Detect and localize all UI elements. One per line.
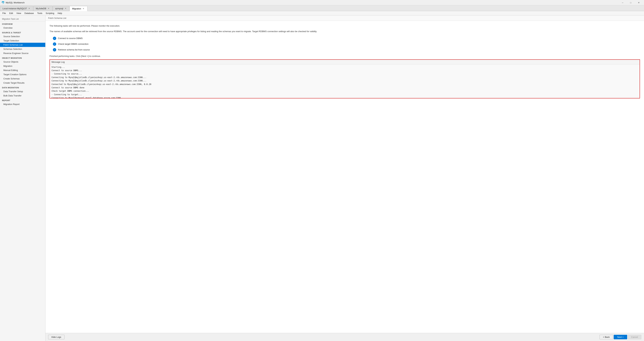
sidebar-item-migration[interactable]: Migration	[0, 64, 45, 68]
content-header-title: Fetch Schema List	[48, 17, 66, 19]
close-button[interactable]: ✕	[635, 0, 643, 5]
tab-label: Local instance MySQL57	[2, 7, 27, 10]
status-text: Finished performing tasks. Click [Next >…	[50, 55, 640, 57]
sidebar-section-report: REPORT	[0, 98, 45, 102]
sidebar-item-data-transfer[interactable]: Data Transfer Setup	[0, 89, 45, 93]
check-icon-task2: ✓	[53, 42, 56, 46]
sidebar-item-create-target[interactable]: Create Target Results	[0, 81, 45, 85]
menu-bar: FileEditViewDatabaseToolsScriptingHelp	[0, 11, 644, 15]
window-controls: ─ □ ✕	[619, 0, 643, 5]
task-list: ✓ Connect to source DBMS ✓ Check target …	[53, 37, 640, 51]
sidebar-section-overview: OVERVIEW	[0, 21, 45, 26]
content-body: The following tasks will now be performe…	[46, 21, 644, 333]
log-line: Connect to source DBMS...	[52, 69, 638, 72]
log-line: Connecting to Mysql@azmysql.mysql.databa…	[52, 96, 638, 98]
sidebar-item-overview[interactable]: Overview	[0, 26, 45, 30]
description-2: The names of available schemas will be r…	[50, 30, 640, 33]
sidebar-item-schemas-selection[interactable]: Schemas Selection	[0, 47, 45, 51]
sidebar-section-data-migration: DATA MIGRATION	[0, 85, 45, 89]
message-log: Message Log Starting...Connect to source…	[50, 59, 640, 98]
log-line: Check target DBMS connection...	[52, 89, 638, 93]
minimize-button[interactable]: ─	[619, 0, 626, 5]
nav-buttons: < Back Next > Cancel	[600, 335, 641, 339]
log-line: Starting...	[52, 65, 638, 69]
log-line: Connecting to Mysql@myjoliedb.clyeniez4x…	[52, 76, 638, 79]
restore-button[interactable]: □	[627, 0, 634, 5]
tab-label: Migration	[72, 7, 81, 10]
sidebar-item-source-selection[interactable]: Source Selection	[0, 34, 45, 38]
main-layout: Migration Task List OVERVIEWOverviewSOUR…	[0, 15, 644, 341]
sidebar: Migration Task List OVERVIEWOverviewSOUR…	[0, 15, 46, 341]
tab-close-myjolie[interactable]: ✕	[47, 7, 50, 10]
check-icon-task1: ✓	[53, 37, 56, 40]
log-line: Connecting to Mysql@myjoliedb.clyeniez4x…	[52, 79, 638, 82]
sidebar-item-manual-editing[interactable]: Manual Editing	[0, 68, 45, 72]
check-icon-task3: ✓	[53, 48, 56, 51]
menu-item-file[interactable]: File	[1, 11, 8, 15]
tab-close-azmysql[interactable]: ✕	[64, 7, 67, 10]
bottom-bar: Hide Logs < Back Next > Cancel	[46, 333, 644, 341]
sidebar-panel-title: Migration Task List	[0, 17, 45, 21]
log-line: Connected to Mysql@myjoliedb.clyeniez4xq…	[52, 83, 638, 86]
sidebar-item-bulk-transfer[interactable]: Bulk Data Transfer	[0, 93, 45, 98]
tab-myjolie[interactable]: MyJolieDB✕	[33, 6, 52, 11]
tab-label: azmysql	[55, 7, 63, 10]
next-button[interactable]: Next >	[614, 335, 627, 339]
tab-close-migration[interactable]: ✕	[82, 7, 85, 10]
back-button[interactable]: < Back	[600, 335, 613, 339]
task-label-task1: Connect to source DBMS	[58, 37, 83, 39]
menu-item-scripting[interactable]: Scripting	[44, 11, 56, 15]
message-log-title: Message Log	[50, 60, 640, 64]
menu-item-tools[interactable]: Tools	[36, 11, 44, 15]
tab-migration[interactable]: Migration✕	[70, 6, 87, 11]
tab-local[interactable]: Local instance MySQL57✕	[0, 6, 33, 11]
menu-item-view[interactable]: View	[15, 11, 23, 15]
cancel-button: Cancel	[628, 335, 641, 339]
task-item-task1: ✓ Connect to source DBMS	[53, 37, 640, 40]
content-area: Fetch Schema List The following tasks wi…	[46, 15, 644, 341]
log-line: - Connecting to target...	[52, 93, 638, 96]
log-line: - Connecting to source...	[52, 72, 638, 75]
log-line: Connect to source DBMS done	[52, 86, 638, 89]
sidebar-section-source-and-target: SOURCE & TARGET	[0, 30, 45, 34]
tab-bar: Local instance MySQL57✕MyJolieDB✕azmysql…	[0, 5, 644, 11]
task-label-task3: Retrieve schema list from source	[58, 48, 90, 51]
content-header: Fetch Schema List	[46, 15, 644, 21]
task-item-task2: ✓ Check target DBMS connection	[53, 42, 640, 46]
description-1: The following tasks will now be performe…	[50, 24, 640, 28]
menu-item-edit[interactable]: Edit	[8, 11, 15, 15]
sidebar-item-create-schemas[interactable]: Create Schemas	[0, 76, 45, 81]
sidebar-item-reverse-engineer[interactable]: Reverse Engineer Source	[0, 51, 45, 55]
task-item-task3: ✓ Retrieve schema list from source	[53, 48, 640, 51]
message-log-content[interactable]: Starting...Connect to source DBMS... - C…	[50, 64, 640, 98]
sidebar-item-migration-report[interactable]: Migration Report	[0, 102, 45, 106]
tab-label: MyJolieDB	[36, 7, 46, 10]
menu-item-database[interactable]: Database	[23, 11, 36, 15]
tab-azmysql[interactable]: azmysql✕	[53, 6, 70, 11]
sidebar-item-target-selection[interactable]: Target Selection	[0, 38, 45, 43]
sidebar-item-fetch-schemas[interactable]: Fetch Schemas List	[0, 43, 45, 47]
hide-logs-button[interactable]: Hide Logs	[48, 335, 64, 339]
menu-item-help[interactable]: Help	[56, 11, 64, 15]
sidebar-item-target-creation[interactable]: Target Creation Options	[0, 72, 45, 76]
tab-close-local[interactable]: ✕	[28, 7, 31, 10]
app-title: MySQL Workbench	[6, 1, 619, 4]
app-icon: 🐬	[1, 1, 5, 4]
sidebar-item-source-objects[interactable]: Source Objects	[0, 60, 45, 64]
sidebar-section-object-migration: OBJECT MIGRATION	[0, 55, 45, 60]
task-label-task2: Check target DBMS connection	[58, 43, 88, 45]
title-bar: 🐬 MySQL Workbench ─ □ ✕	[0, 0, 644, 5]
